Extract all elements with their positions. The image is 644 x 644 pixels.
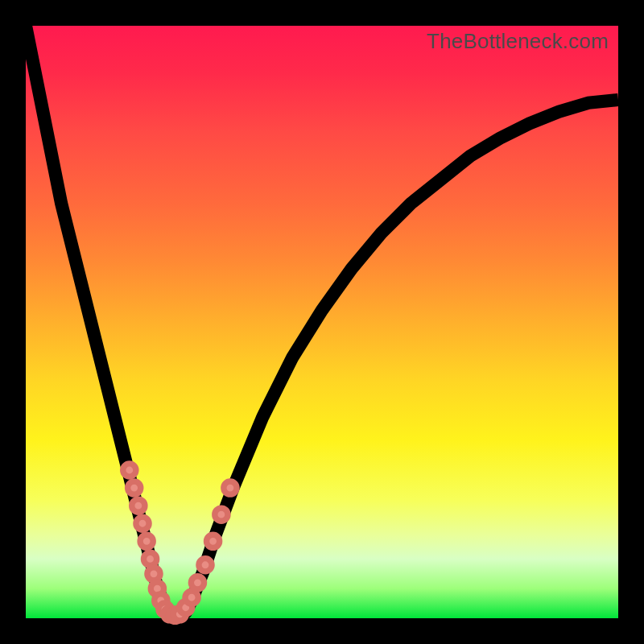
bead-marker [215, 508, 228, 521]
bottleneck-curve [26, 26, 618, 618]
bead-marker [143, 552, 156, 565]
chart-plot-area: TheBottleneck.com [26, 26, 618, 618]
bead-marker [123, 464, 136, 477]
curve-svg [26, 26, 618, 618]
bead-marker [136, 517, 149, 530]
bead-marker [206, 535, 219, 547]
bead-marker [199, 559, 212, 572]
chart-frame: TheBottleneck.com [0, 0, 644, 644]
bead-marker [128, 481, 141, 494]
bead-marker [140, 535, 153, 547]
bead-marker [185, 591, 198, 604]
bead-marker [147, 568, 160, 580]
bead-marker [191, 576, 204, 589]
bead-marker [224, 481, 237, 494]
bead-marker [132, 499, 145, 512]
bead-group [123, 464, 237, 622]
